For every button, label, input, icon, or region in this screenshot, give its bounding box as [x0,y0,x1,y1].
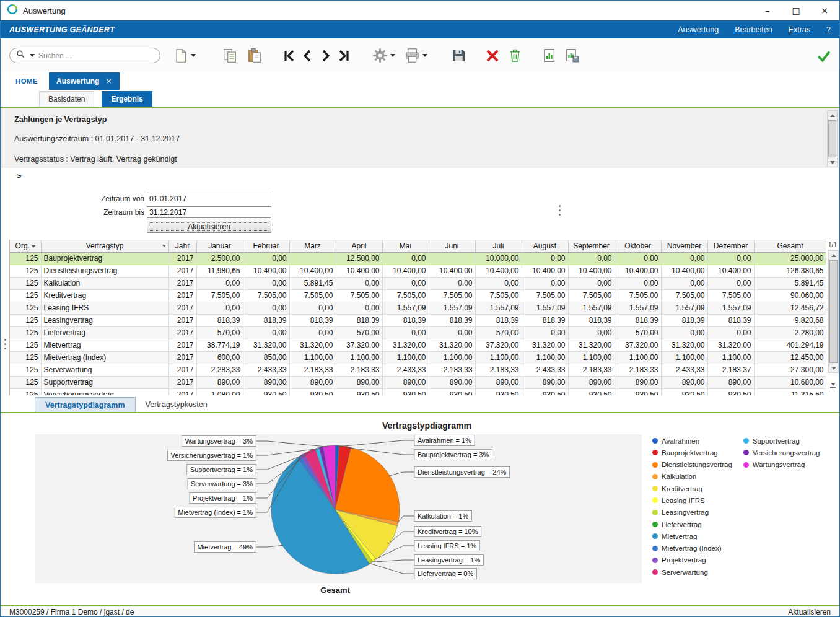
legend-label: Mietvertrag [662,533,698,540]
left-splitter-handle[interactable] [4,339,6,349]
column-header-11[interactable]: September [568,240,615,253]
tab-label: Auswertung [56,77,99,85]
column-header-13[interactable]: November [661,240,707,253]
paste-button[interactable] [247,48,263,64]
copy-button[interactable] [222,48,238,64]
settings-button[interactable] [372,47,395,64]
save-button[interactable] [451,48,466,63]
column-header-15[interactable]: Gesamt [754,240,826,253]
cell: 1.100,00 [568,352,615,364]
column-header-1[interactable]: Vertragstyp [41,240,168,253]
table-row[interactable]: 125Leasing IFRS20170,000,000,000,001.557… [10,302,826,315]
chart-x-axis-label: Gesamt [273,585,397,595]
delete-button[interactable] [485,48,500,63]
dropdown-caret-icon[interactable] [390,54,395,57]
cell: 25.000,00 [754,253,826,265]
column-header-12[interactable]: Oktober [615,240,661,253]
column-header-2[interactable]: Jahr [168,240,196,253]
trash-button[interactable] [507,48,523,63]
table-row[interactable]: 125Kreditvertrag20177.505,007.505,007.50… [10,290,826,302]
titlebar: Auswertung – □ × [1,1,839,20]
cell: 5.891,45 [289,278,336,290]
menu-bearbeiten[interactable]: Bearbeiten [735,25,772,34]
column-header-0[interactable]: Org. [10,240,41,253]
table-row[interactable]: 125Kalkulation20170,000,005.891,450,000,… [10,278,826,290]
subtab-basisdaten[interactable]: Basisdaten [39,91,94,107]
cell: 818,39 [289,315,336,327]
scrollbar-thumb[interactable] [829,260,838,363]
search-icon[interactable] [16,50,25,61]
scroll-up-icon[interactable] [828,111,837,120]
table-row[interactable]: 125Mietvertrag (Index)2017600,00850,001.… [10,352,826,364]
scroll-down-icon[interactable] [828,158,837,167]
tab-vertragstypkosten[interactable]: Vertragstypkosten [136,397,217,412]
scroll-down-icon[interactable] [829,364,838,372]
section-expander[interactable]: > [17,172,22,181]
splitter-handle[interactable] [559,205,561,216]
cell: 1.100,00 [475,352,522,364]
maximize-button[interactable]: □ [782,1,810,20]
cell: 0,00 [661,327,707,339]
table-row[interactable]: 125Leasingvertrag2017818,39818,39818,398… [10,315,826,327]
nav-first-button[interactable] [281,48,296,63]
search-input[interactable] [37,51,154,61]
column-header-8[interactable]: Juni [429,240,475,253]
menu-extras[interactable]: Extras [789,25,810,34]
table-row[interactable]: 125Liefervertrag2017570,000,000,00570,00… [10,327,826,339]
close-button[interactable]: × [810,1,839,20]
scrollbar-track[interactable] [828,120,837,158]
tab-auswertung[interactable]: Auswertung × [49,72,119,90]
zeitraum-bis-input[interactable] [147,206,271,218]
menu-auswertung[interactable]: Auswertung [678,25,719,34]
info-scrollbar[interactable] [827,110,838,167]
column-header-3[interactable]: Januar [196,240,243,253]
column-header-9[interactable]: Juli [475,240,522,253]
report-button[interactable] [541,48,557,63]
aktualisieren-button[interactable]: Aktualisieren [147,221,271,233]
zeitraum-von-input[interactable] [147,193,271,204]
cell: 0,00 [196,302,243,315]
scrollbar-thumb[interactable] [828,120,836,157]
confirm-check-icon[interactable] [816,48,832,66]
scrollbar-track[interactable] [829,260,838,364]
legend-color-dot [652,558,658,563]
tab-vertragstypdiagramm[interactable]: Vertragstypdiagramm [35,397,136,412]
cell: 818,39 [382,315,429,327]
table-row[interactable]: 125Versicherungsvertrag20171.080,00930,5… [10,389,826,396]
table-row[interactable]: 125Bauprojektvertrag20172.500,000,0012.5… [10,253,826,265]
dropdown-caret-icon[interactable] [422,54,427,57]
table-row[interactable]: 125Supportvertrag2017890,00890,00890,008… [10,377,826,389]
table-scrollbar[interactable] [828,250,839,373]
dropdown-caret-icon[interactable] [191,54,196,57]
report-save-button[interactable] [564,48,580,63]
column-header-10[interactable]: August [522,240,568,253]
nav-prev-button[interactable] [300,48,315,63]
column-header-14[interactable]: Dezember [707,240,754,253]
cell: 2017 [168,352,196,364]
new-document-button[interactable] [173,48,196,64]
nav-last-button[interactable] [337,48,352,63]
column-header-6[interactable]: April [336,240,382,253]
column-header-7[interactable]: Mai [382,240,429,253]
minimize-button[interactable]: – [753,1,782,20]
legend-label: Dienstleistungsvertrag [662,461,732,468]
scroll-up-icon[interactable] [829,251,838,260]
cell: 125 [10,377,41,389]
table-row[interactable]: 125Dienstleistungsvertrag201711.980,6510… [10,265,826,278]
tab-home[interactable]: HOME [9,72,44,90]
subtab-ergebnis[interactable]: Ergebnis [102,91,152,107]
scroll-to-end-icon[interactable] [830,383,836,388]
print-button[interactable] [404,47,427,64]
table-row[interactable]: 125Serverwartung20172.283,332.433,332.18… [10,364,826,377]
column-header-4[interactable]: Februar [243,240,289,253]
cell: 7.505,00 [196,290,243,302]
tab-close-icon[interactable]: × [105,77,112,85]
search-box[interactable] [9,48,160,63]
cell: 1.557,09 [661,302,707,315]
menu-help[interactable]: ? [826,25,831,34]
search-dropdown-caret-icon[interactable] [30,54,35,57]
table-row[interactable]: 125Mietvertrag201738.774,1931.320,0031.3… [10,339,826,352]
column-header-5[interactable]: März [289,240,336,253]
cell: 10.400,00 [475,265,522,278]
nav-next-button[interactable] [318,48,333,63]
